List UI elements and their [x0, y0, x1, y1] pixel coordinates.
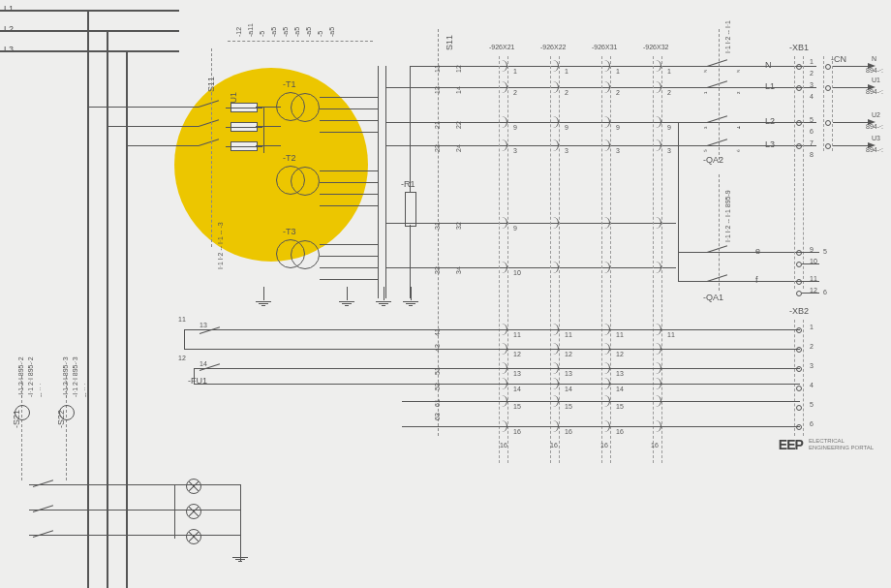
s21-knob: [15, 405, 30, 420]
aux-f-label: f: [755, 275, 758, 285]
s11-ref: I·1 I·2 -- I·1 -- -3: [217, 222, 224, 269]
ctrl-wire-12: [184, 349, 800, 350]
fuse-3: [230, 141, 258, 151]
t2-label: -T2: [283, 153, 296, 163]
bus-l2: [0, 30, 179, 32]
drop-l2: [107, 30, 108, 588]
gnd-bottom: [232, 542, 248, 562]
sec-bus-a: [378, 66, 379, 298]
drop-l1: [87, 10, 89, 588]
tap1: [87, 107, 199, 108]
col-926x31-label: -926X31: [592, 44, 617, 50]
t1-coil: [276, 92, 305, 121]
qa2-label: -QA2: [703, 155, 723, 165]
col-926x32-label: -926X32: [643, 44, 668, 50]
out-l3: L3: [765, 139, 775, 149]
s11-right-label: S11: [445, 35, 454, 50]
ctrl-wire-11: [184, 329, 800, 330]
out-l2: L2: [765, 116, 775, 126]
t3-label: -T3: [283, 227, 296, 236]
gnd-1: [256, 287, 271, 306]
tap2: [107, 126, 199, 127]
gnd-4: [403, 287, 418, 306]
eep-watermark: EEP ELECTRICALENGINEERING PORTAL: [779, 437, 874, 452]
fuse-2: [230, 122, 258, 132]
t1-label: -T1: [283, 79, 296, 89]
t2-coil: [276, 166, 305, 195]
qa2-ref: I·1 I·2 -- I·1: [724, 20, 731, 53]
r1-resistor: [405, 192, 416, 227]
t3-coil: [276, 239, 305, 268]
s11-dashlink: [211, 48, 213, 247]
wire-9: [385, 223, 676, 224]
phase-l3-label: L3: [4, 45, 14, 54]
out-n: N: [765, 60, 772, 70]
fuse-1: [230, 103, 258, 112]
col-926x22-label: -926X22: [540, 44, 566, 50]
wire-10: [385, 267, 676, 268]
eep-logo: EEP: [779, 437, 803, 452]
xb2-label: -XB2: [789, 306, 809, 316]
drop-l3: [126, 50, 128, 588]
out-l1: L1: [765, 81, 775, 91]
bus-l1: [0, 10, 179, 12]
lamp-2: [186, 504, 201, 519]
tap3: [126, 145, 199, 146]
qa1-ref: I·1 I·2 -- I·1 895-9: [724, 190, 731, 242]
sec-bus-b: [385, 66, 386, 298]
xb2: [794, 320, 804, 436]
bus-l3: [0, 50, 179, 52]
qa2-dash: [719, 29, 721, 160]
top-dash: [228, 41, 373, 43]
phase-l2-label: L2: [4, 24, 14, 34]
lamp-3: [186, 529, 201, 544]
s22-knob: [59, 405, 75, 420]
lamp-1: [186, 479, 201, 494]
cn: [823, 56, 833, 151]
gnd-3: [376, 287, 391, 306]
cn-label: -CN: [831, 54, 846, 64]
xb1-label: -XB1: [789, 43, 809, 52]
ctrl-wire-14: [194, 384, 800, 385]
phase-l1-label: L1: [4, 4, 14, 14]
r1-label: -R1: [401, 179, 415, 189]
gnd-2: [339, 287, 354, 306]
qa1-label: -QA1: [703, 293, 723, 302]
ctrl-wire-13: [194, 368, 800, 369]
qa1-dash: [719, 174, 721, 291]
col-926x21-label: -926X21: [489, 44, 514, 50]
aux-e-label: e: [755, 246, 760, 256]
